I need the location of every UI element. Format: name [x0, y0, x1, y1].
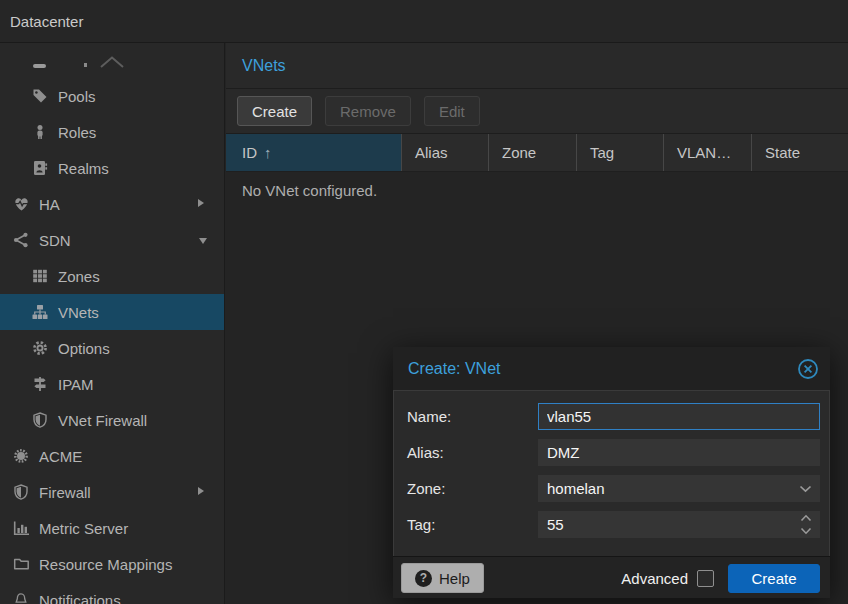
- sidebar-item-label: Zones: [58, 268, 100, 285]
- folder-icon: [12, 556, 30, 572]
- sidebar: Pools Roles Realms HA SDN: [0, 43, 225, 604]
- sidebar-item-ipam[interactable]: IPAM: [0, 366, 224, 402]
- dialog-footer: ? Help Advanced Create: [393, 556, 830, 598]
- sidebar-item-sdn[interactable]: SDN: [0, 222, 224, 258]
- sidebar-item-firewall[interactable]: Firewall: [0, 474, 224, 510]
- spinner-down-icon[interactable]: [800, 527, 812, 535]
- chevron-up-icon[interactable]: [99, 55, 125, 69]
- sidebar-item-label: ACME: [39, 448, 82, 465]
- edit-button[interactable]: Edit: [424, 96, 480, 126]
- sidebar-item-label: Pools: [58, 88, 96, 105]
- shield-icon: [31, 412, 49, 428]
- create-button[interactable]: Create: [237, 96, 312, 126]
- column-header-zone[interactable]: Zone: [488, 134, 576, 171]
- question-icon: ?: [415, 570, 432, 587]
- sidebar-item-acme[interactable]: ACME: [0, 438, 224, 474]
- sidebar-item-zones[interactable]: Zones: [0, 258, 224, 294]
- sidebar-item-label: VNet Firewall: [58, 412, 147, 429]
- table-header: ID ↑ Alias Zone Tag VLAN… State: [226, 134, 848, 172]
- sidebar-item-ha[interactable]: HA: [0, 186, 224, 222]
- signpost-icon: [31, 376, 49, 392]
- caret-right-icon: [198, 487, 204, 495]
- close-icon[interactable]: [797, 358, 819, 380]
- sidebar-item-realms[interactable]: Realms: [0, 150, 224, 186]
- create-vnet-dialog: Create: VNet Name: Alias: Zone:: [393, 347, 830, 598]
- sidebar-item-metric-server[interactable]: Metric Server: [0, 510, 224, 546]
- column-label: State: [765, 144, 800, 161]
- panel-header: VNets: [226, 43, 848, 89]
- sidebar-item-label: Resource Mappings: [39, 556, 172, 573]
- shield-icon: [12, 484, 30, 500]
- sidebar-item-label: VNets: [58, 304, 99, 321]
- address-book-icon: [31, 160, 49, 176]
- grid-icon: [31, 268, 49, 284]
- dialog-title: Create: VNet: [408, 360, 797, 378]
- sidebar-item-label: IPAM: [58, 376, 94, 393]
- spinner-up-icon[interactable]: [800, 514, 812, 522]
- advanced-label: Advanced: [621, 570, 688, 587]
- seal-icon: [12, 448, 30, 464]
- column-header-state[interactable]: State: [751, 134, 848, 171]
- column-header-vlanaware[interactable]: VLAN…: [663, 134, 751, 171]
- dialog-body: Name: Alias: Zone:: [393, 390, 830, 556]
- column-label: Tag: [590, 144, 614, 161]
- column-label: ID: [242, 144, 257, 161]
- caret-down-icon: [199, 238, 207, 244]
- heartbeat-icon: [12, 196, 30, 212]
- panel-title: VNets: [242, 57, 286, 75]
- sidebar-item-label: Realms: [58, 160, 109, 177]
- tag-label: Tag:: [407, 511, 435, 538]
- number-spinner: [800, 514, 812, 535]
- remove-button[interactable]: Remove: [325, 96, 411, 126]
- column-header-id[interactable]: ID ↑: [226, 134, 401, 171]
- clipped-item-icon: [33, 64, 46, 68]
- sort-ascending-icon: ↑: [264, 144, 272, 161]
- tag-number-input[interactable]: [538, 511, 820, 538]
- app-header: Datacenter: [0, 0, 848, 43]
- column-header-tag[interactable]: Tag: [576, 134, 663, 171]
- alias-input[interactable]: [538, 439, 820, 466]
- page-title: Datacenter: [10, 13, 83, 30]
- sidebar-item-label: Firewall: [39, 484, 91, 501]
- column-header-alias[interactable]: Alias: [401, 134, 488, 171]
- sidebar-item-roles[interactable]: Roles: [0, 114, 224, 150]
- chevron-down-icon[interactable]: [799, 485, 812, 493]
- name-label: Name:: [407, 403, 451, 430]
- sidebar-clipped-row: [0, 43, 224, 78]
- form-row-alias: Alias:: [394, 439, 829, 466]
- sitemap-icon: [31, 304, 49, 320]
- form-row-name: Name:: [394, 403, 829, 430]
- form-row-tag: Tag:: [394, 511, 829, 538]
- bar-chart-icon: [12, 520, 30, 536]
- name-input[interactable]: [538, 403, 820, 430]
- dialog-create-button[interactable]: Create: [728, 564, 820, 593]
- help-button-label: Help: [439, 570, 470, 587]
- sidebar-item-resource-mappings[interactable]: Resource Mappings: [0, 546, 224, 582]
- help-button[interactable]: ? Help: [401, 563, 484, 593]
- gear-icon: [31, 340, 49, 356]
- column-label: Alias: [415, 144, 448, 161]
- sidebar-item-pools[interactable]: Pools: [0, 78, 224, 114]
- sidebar-item-vnet-firewall[interactable]: VNet Firewall: [0, 402, 224, 438]
- tag-icon: [31, 88, 49, 104]
- table-empty-message: No VNet configured.: [226, 172, 848, 209]
- user-icon: [31, 124, 49, 140]
- sidebar-item-label: Notifications: [39, 592, 121, 604]
- sidebar-item-label: Metric Server: [39, 520, 128, 537]
- alias-label: Alias:: [407, 439, 444, 466]
- sidebar-item-label: Roles: [58, 124, 96, 141]
- sidebar-item-notifications[interactable]: Notifications: [0, 582, 224, 604]
- advanced-checkbox[interactable]: [697, 570, 714, 587]
- zone-combobox[interactable]: [538, 475, 820, 502]
- sidebar-item-vnets[interactable]: VNets: [0, 294, 224, 330]
- sidebar-item-options[interactable]: Options: [0, 330, 224, 366]
- sidebar-item-label: HA: [39, 196, 60, 213]
- form-row-zone: Zone:: [394, 475, 829, 502]
- toolbar: Create Remove Edit: [226, 89, 848, 134]
- column-label: VLAN…: [677, 144, 731, 161]
- dialog-header[interactable]: Create: VNet: [393, 347, 830, 390]
- bell-icon: [12, 592, 30, 604]
- sidebar-item-label: Options: [58, 340, 110, 357]
- column-label: Zone: [502, 144, 536, 161]
- app-root: Datacenter Pools Roles Real: [0, 0, 848, 604]
